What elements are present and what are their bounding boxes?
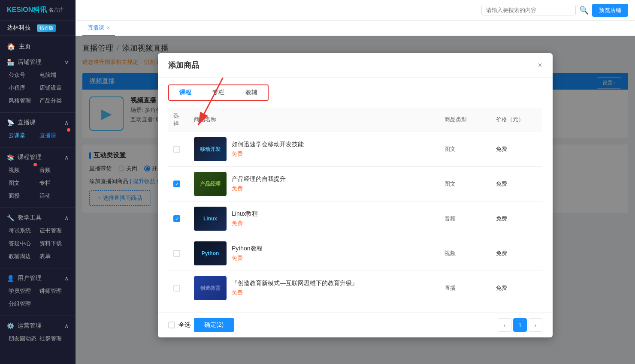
search-input[interactable] — [481, 5, 576, 15]
sidebar-item-cloud-classroom[interactable]: 云课堂 — [7, 129, 38, 142]
sidebar-group-course-label: 课程管理 — [18, 153, 42, 161]
row-type-cell: 图文 — [439, 167, 491, 202]
row-name-cell: Linux Linux教程 免费 — [189, 202, 439, 236]
search-icon[interactable]: 🔍 — [579, 6, 589, 15]
product-type: 视频 — [444, 250, 456, 256]
product-price: 免费 — [496, 285, 507, 291]
row-checkbox-cell — [168, 271, 189, 306]
course-sub-items: 视频 音频 图文 专栏 面授 活动 — [0, 164, 76, 206]
confirm-btn[interactable]: 确定(2) — [194, 318, 234, 332]
page-prev-btn[interactable]: ‹ — [498, 318, 511, 332]
sidebar-item-pc[interactable]: 电脑端 — [38, 69, 69, 81]
sidebar-item-moments[interactable]: 朋友圈动态 — [7, 332, 38, 345]
product-price: 免费 — [496, 215, 507, 222]
row-name-cell: Python Python教程 免费 — [189, 236, 439, 271]
product-name: 产品经理的自我提升 — [232, 175, 434, 183]
sidebar-item-teacher[interactable]: 讲师管理 — [38, 285, 69, 298]
sidebar-item-activity[interactable]: 活动 — [38, 190, 69, 202]
product-thumbnail: Python — [194, 241, 227, 265]
sidebar-item-exam[interactable]: 考试系统 — [7, 224, 38, 237]
row-checkbox-3[interactable] — [173, 250, 180, 257]
chevron-up-icon-4: ∧ — [64, 275, 69, 282]
sidebar-item-supplement[interactable]: 教辅周边 — [7, 250, 38, 263]
search-bar: 🔍 预览店铺 — [82, 4, 628, 17]
sidebar-item-graphic[interactable]: 图文 — [7, 177, 38, 190]
table-row: 创造教育 『创造教育新模式—互联网思维下的教育升级』 免费 直播 免费 — [168, 271, 542, 306]
sidebar-group-course[interactable]: 📚 课程管理 ∧ — [0, 149, 76, 164]
sidebar-item-cert[interactable]: 证书管理 — [38, 224, 69, 237]
modal-title: 添加商品 — [168, 60, 199, 70]
modal: 添加商品 × 课程 专栏 教辅 — [158, 53, 553, 337]
sidebar-item-store-settings[interactable]: 店铺设置 — [38, 81, 69, 94]
row-type-cell: 直播 — [439, 271, 491, 306]
product-type: 图文 — [444, 146, 456, 152]
row-name-cell: 产品经理 产品经理的自我提升 免费 — [189, 167, 439, 202]
row-checkbox-0[interactable] — [173, 146, 180, 153]
product-info: 如何迅速学会移动开发技能 免费 — [232, 141, 434, 158]
table-row: Python Python教程 免费 视频 免费 — [168, 236, 542, 271]
select-all-label: 全选 — [178, 321, 190, 329]
row-price-cell: 免费 — [491, 167, 542, 202]
product-type: 图文 — [444, 180, 456, 187]
live-sub-items: 云课堂 直播课 — [0, 129, 76, 145]
tools-icon: 🔧 — [7, 214, 14, 221]
type-tab-course[interactable]: 课程 — [169, 85, 202, 100]
tab-close[interactable]: × — [107, 25, 110, 31]
sidebar-item-miniapp[interactable]: 小程序 — [7, 81, 38, 94]
page-next-btn[interactable]: › — [529, 318, 542, 332]
row-price-cell: 免费 — [491, 132, 542, 167]
sidebar-group-tools[interactable]: 🔧 教学工具 ∧ — [0, 210, 76, 224]
sidebar-item-student[interactable]: 学员管理 — [7, 285, 38, 298]
sidebar-item-form[interactable]: 表单 — [38, 250, 69, 263]
row-price-cell: 免费 — [491, 271, 542, 306]
sidebar-item-live-course[interactable]: 直播课 — [38, 129, 69, 142]
sidebar-item-column[interactable]: 专栏 — [38, 177, 69, 190]
product-name: Python教程 — [232, 245, 434, 253]
chevron-up-icon: ∧ — [64, 119, 69, 126]
row-type-cell: 视频 — [439, 236, 491, 271]
sidebar-group-live[interactable]: 📡 直播课 ∧ — [0, 114, 76, 129]
modal-overlay[interactable]: 添加商品 × 课程 专栏 教辅 — [76, 36, 635, 364]
divider-5 — [0, 316, 76, 316]
sidebar-item-offline[interactable]: 面授 — [7, 190, 38, 202]
tab-live[interactable]: 直播课 × — [82, 21, 115, 36]
divider-2 — [0, 147, 76, 147]
product-price-tag: 免费 — [232, 289, 434, 297]
sidebar-item-group[interactable]: 分组管理 — [7, 298, 38, 310]
row-checkbox-2[interactable] — [173, 215, 180, 222]
sidebar-item-download[interactable]: 资料下载 — [38, 237, 69, 250]
store-sub-items: 公众号 电脑端 小程序 店铺设置 风格管理 产品分类 — [0, 69, 76, 111]
row-checkbox-4[interactable] — [173, 285, 180, 292]
type-tabs: 课程 专栏 教辅 — [168, 84, 269, 101]
preview-btn[interactable]: 预览店铺 — [592, 4, 628, 17]
modal-body: 课程 专栏 教辅 — [158, 78, 553, 312]
sidebar: KESiON科讯 名片库 达林科技 钻石版 🏠 主页 🏪 店铺管理 ∨ 公众号 … — [0, 0, 76, 364]
select-all-checkbox[interactable] — [168, 322, 175, 328]
row-checkbox-1[interactable] — [173, 180, 180, 187]
sidebar-item-audio[interactable]: 音频 — [38, 164, 69, 177]
type-tab-supplement[interactable]: 教辅 — [235, 85, 268, 100]
sidebar-item-video[interactable]: 视频 — [7, 164, 38, 177]
sidebar-group-store-label: 店铺管理 — [18, 58, 42, 66]
page-current-btn[interactable]: 1 — [513, 318, 527, 332]
sidebar-item-product-cat[interactable]: 产品分类 — [38, 94, 69, 107]
sidebar-item-qa[interactable]: 答疑中心 — [7, 237, 38, 250]
type-tab-column[interactable]: 专栏 — [202, 85, 235, 100]
product-price-tag: 免费 — [232, 185, 434, 193]
sidebar-item-community[interactable]: 社群管理 — [38, 332, 69, 345]
sidebar-item-home[interactable]: 🏠 主页 — [0, 39, 76, 54]
main-content: 🔍 预览店铺 直播课 × 直播管理 / 添加视频直播 请您遵守国家相关规定，切勿… — [76, 0, 635, 364]
sidebar-item-official[interactable]: 公众号 — [7, 69, 38, 81]
product-name: Linux教程 — [232, 210, 434, 218]
product-info: 『创造教育新模式—互联网思维下的教育升级』 免费 — [232, 280, 434, 297]
sidebar-group-ops[interactable]: ⚙️ 运营管理 ∧ — [0, 318, 76, 332]
product-thumbnail: Linux — [194, 207, 227, 231]
modal-close-btn[interactable]: × — [538, 61, 542, 70]
sidebar-item-style[interactable]: 风格管理 — [7, 94, 38, 107]
col-header-price: 价格（元） — [491, 108, 542, 132]
topbar: 🔍 预览店铺 — [76, 0, 635, 21]
ops-icon: ⚙️ — [7, 322, 14, 329]
modal-footer: 全选 确定(2) ‹ 1 › — [158, 312, 553, 337]
sidebar-group-user[interactable]: 👤 用户管理 ∧ — [0, 270, 76, 285]
sidebar-group-store[interactable]: 🏪 店铺管理 ∨ — [0, 54, 76, 69]
